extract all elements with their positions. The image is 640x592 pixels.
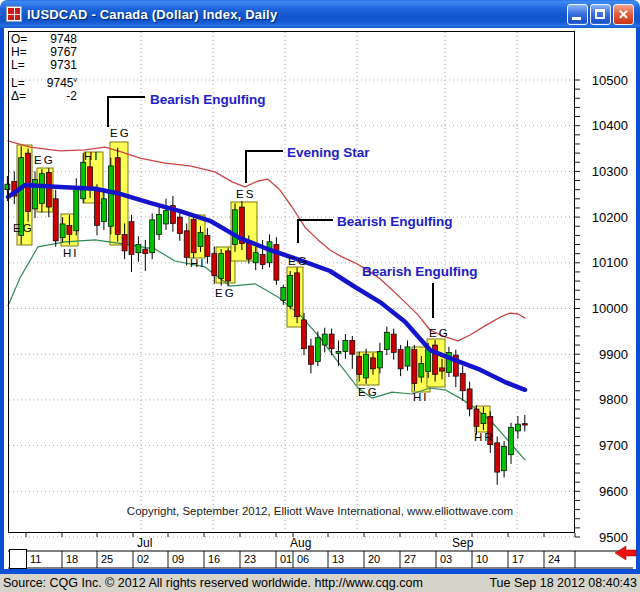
app-icon xyxy=(6,6,22,22)
close-icon: ✕ xyxy=(614,6,633,24)
maximize-icon xyxy=(595,9,605,19)
window-body xyxy=(0,28,640,574)
title-bar[interactable]: IUSDCAD - Canada (Dollar) Index, Daily ✕ xyxy=(0,0,640,28)
status-datetime: Tue Sep 18 2012 08:40:43 xyxy=(489,576,637,590)
window-title: IUSDCAD - Canada (Dollar) Index, Daily xyxy=(27,7,277,22)
quote-row: L=9745v xyxy=(11,73,77,90)
minimize-icon xyxy=(572,17,581,20)
maximize-button[interactable] xyxy=(590,4,611,25)
quote-row: Δ=-2 xyxy=(11,90,77,103)
app-window: IUSDCAD - Canada (Dollar) Index, Daily ✕… xyxy=(0,0,640,592)
minimize-button[interactable] xyxy=(567,4,588,25)
status-source-text: Source: CQG Inc. © 2012 All rights reser… xyxy=(3,576,423,590)
close-button[interactable]: ✕ xyxy=(613,4,634,25)
quote-row: L=9731 xyxy=(11,59,77,72)
quote-overlay: O=9748H=9767L=9731L=9745vΔ=-2 xyxy=(11,33,77,103)
status-bar: Source: CQG Inc. © 2012 All rights reser… xyxy=(0,574,640,592)
